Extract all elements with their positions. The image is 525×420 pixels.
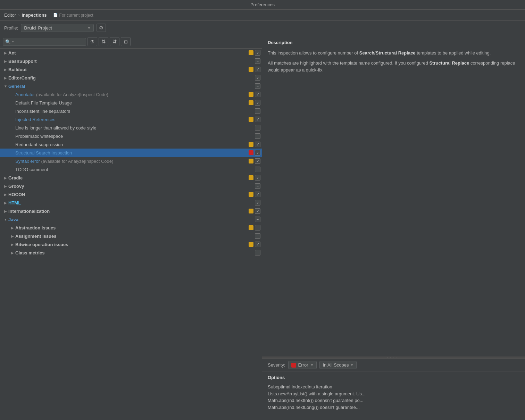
tree-item-buildout[interactable]: ▶ Buildout — [0, 65, 262, 74]
severity-dropdown[interactable]: Error ▼ — [288, 361, 317, 369]
checkbox-annotator[interactable] — [255, 92, 260, 97]
scope-caret: ▼ — [350, 363, 354, 367]
checkbox-gradle[interactable] — [255, 175, 260, 180]
checkbox-abstraction-issues[interactable] — [255, 225, 260, 230]
checkbox-java[interactable] — [255, 217, 260, 222]
tree-item-gradle[interactable]: ▶ Gradle — [0, 174, 262, 182]
checkbox-assignment-issues[interactable] — [255, 233, 260, 239]
tree-item-html[interactable]: ▶ HTML — [0, 199, 262, 207]
tree-item-ant[interactable]: ▶ Ant — [0, 49, 262, 57]
checkbox-buildout[interactable] — [255, 67, 260, 72]
search-dropdown-arrow: ▾ — [12, 40, 14, 43]
tree-item-java[interactable]: ▼ Java — [0, 215, 262, 224]
breadcrumb-project-label: For current project — [59, 13, 93, 18]
checkbox-inconsistent-line[interactable] — [255, 108, 260, 114]
search-input-wrap[interactable]: 🔍 ▾ — [3, 38, 86, 46]
scope-value: In All Scopes — [323, 362, 349, 368]
checkbox-internationalization[interactable] — [255, 208, 260, 214]
profile-gear-button[interactable]: ⚙ — [97, 24, 106, 32]
profile-select[interactable]: Druid Project ▼ — [21, 24, 94, 32]
tree-label-problematic-whitespace: Problematic whitespace — [15, 134, 132, 139]
tree-item-syntax-error[interactable]: Syntax error (available for Analyze|Insp… — [0, 157, 262, 165]
tree-item-internationalization[interactable]: ▶ Internationalization — [0, 207, 262, 215]
tree-label-abstraction-issues: Abstraction issues — [15, 225, 132, 230]
severity-groovy — [249, 184, 253, 188]
tree-item-default-file-template[interactable]: Default File Template Usage — [0, 99, 262, 107]
profile-dropdown-arrow: ▼ — [88, 26, 91, 30]
checkbox-ant[interactable] — [255, 50, 260, 56]
checkbox-hocon[interactable] — [255, 192, 260, 197]
checkbox-line-longer[interactable] — [255, 125, 260, 131]
checkbox-general[interactable] — [255, 83, 260, 89]
tree-container[interactable]: ▶ Ant ▶ BashSupport ▶ Buildout — [0, 49, 262, 413]
checkbox-html[interactable] — [255, 200, 260, 205]
tree-item-groovy[interactable]: ▶ Groovy — [0, 182, 262, 190]
tree-item-assignment-issues[interactable]: ▶ Assignment issues — [0, 232, 262, 240]
search-icon: 🔍 — [5, 39, 11, 44]
tree-item-inconsistent-line[interactable]: Inconsistent line separators — [0, 107, 262, 115]
filter-button[interactable]: ⚗ — [88, 37, 97, 46]
checkbox-editorconfig[interactable] — [255, 75, 260, 81]
severity-java — [249, 217, 253, 222]
breadcrumb-editor[interactable]: Editor — [4, 12, 16, 18]
checkbox-bitwise-operation[interactable] — [255, 242, 260, 247]
search-input[interactable] — [15, 39, 78, 44]
tree-label-bashsupport: BashSupport — [8, 59, 128, 64]
minimize-button[interactable]: ⊟ — [121, 37, 131, 46]
expand-arrow-buildout: ▶ — [3, 68, 8, 72]
tree-item-redundant-suppression[interactable]: Redundant suppression — [0, 140, 262, 149]
tree-label-assignment-issues: Assignment issues — [15, 234, 132, 239]
severity-html — [249, 200, 253, 205]
profile-bar: Profile: Druid Project ▼ ⚙ — [0, 21, 525, 35]
description-title: Description — [268, 39, 519, 46]
tree-item-problematic-whitespace[interactable]: Problematic whitespace — [0, 132, 262, 140]
options-item-3: Math.abs(rnd.nextInt()) doensn't guarant… — [268, 397, 519, 404]
tree-item-annotator[interactable]: Annotator (available for Analyze|Inspect… — [0, 90, 262, 99]
options-item-4: Math.abs(rnd.nextLong()) doesn't guarant… — [268, 404, 519, 411]
checkbox-structural-search[interactable] — [255, 150, 260, 156]
tree-item-class-metrics[interactable]: ▶ Class metrics — [0, 249, 262, 257]
profile-project: Project — [38, 25, 52, 31]
tree-item-hocon[interactable]: ▶ HOCON — [0, 190, 262, 199]
tree-label-hocon: HOCON — [8, 192, 128, 197]
severity-indicator — [291, 363, 296, 368]
scope-dropdown[interactable]: In All Scopes ▼ — [319, 361, 357, 369]
tree-label-injected-references: Injected References — [15, 117, 132, 122]
expand-arrow-internationalization: ▶ — [3, 209, 8, 213]
tree-label-structural-search: Structural Search Inspection — [15, 150, 132, 156]
checkbox-problematic-whitespace[interactable] — [255, 133, 260, 139]
checkbox-syntax-error[interactable] — [255, 158, 260, 164]
tree-item-line-longer[interactable]: Line is longer than allowed by code styl… — [0, 124, 262, 132]
tree-item-todo-comment[interactable]: TODO comment — [0, 165, 262, 174]
tree-item-general[interactable]: ▼ General — [0, 82, 262, 90]
tree-label-inconsistent-line: Inconsistent line separators — [15, 109, 132, 114]
collapse-all-button[interactable]: ⇵ — [110, 37, 119, 46]
checkbox-injected-references[interactable] — [255, 117, 260, 122]
checkbox-bashsupport[interactable] — [255, 58, 260, 64]
expand-all-button[interactable]: ⇅ — [99, 37, 108, 46]
tree-label-buildout: Buildout — [8, 67, 128, 72]
tree-item-bitwise-operation[interactable]: ▶ Bitwise operation issues — [0, 240, 262, 249]
tree-item-bashsupport[interactable]: ▶ BashSupport — [0, 57, 262, 65]
checkbox-redundant-suppression[interactable] — [255, 142, 260, 147]
severity-bitwise-operation — [249, 242, 253, 247]
severity-line-longer — [249, 125, 253, 130]
description-text1: This inspection allows to configure numb… — [268, 50, 519, 57]
checkbox-class-metrics[interactable] — [255, 250, 260, 255]
breadcrumb-inspections[interactable]: Inspections — [22, 12, 47, 18]
expand-arrow-class-metrics: ▶ — [10, 251, 15, 255]
severity-internationalization — [249, 209, 253, 213]
window-title: Preferences — [250, 2, 275, 7]
expand-arrow-html: ▶ — [3, 201, 8, 205]
tree-item-structural-search[interactable]: Structural Search Inspection — [0, 149, 262, 157]
checkbox-todo-comment[interactable] — [255, 167, 260, 172]
tree-label-general: General — [8, 84, 128, 89]
checkbox-groovy[interactable] — [255, 183, 260, 189]
expand-arrow-bitwise-operation: ▶ — [10, 243, 15, 246]
tree-item-abstraction-issues[interactable]: ▶ Abstraction issues — [0, 224, 262, 232]
checkbox-default-file-template[interactable] — [255, 100, 260, 106]
severity-bar: Severity: Error ▼ In All Scopes ▼ — [262, 359, 525, 371]
options-area: Options Suboptimal IndexedInts iteration… — [262, 371, 525, 413]
tree-item-injected-references[interactable]: Injected References — [0, 115, 262, 124]
tree-item-editorconfig[interactable]: ▶ EditorConfig — [0, 74, 262, 82]
